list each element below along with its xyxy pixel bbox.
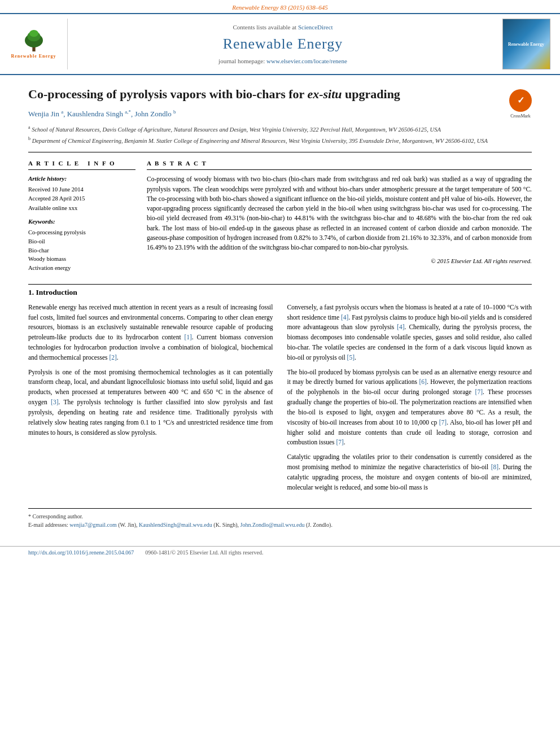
abstract-heading: A B S T R A C T [147,159,532,170]
email-kaush[interactable]: KaushlendSingh@mail.wvu.edu [139,522,212,528]
body-col-left: Renewable energy has received much atten… [28,303,273,497]
received-date: Received 10 June 2014 [28,186,135,194]
page-footer: http://dx.doi.org/10.1016/j.renene.2015.… [0,546,560,559]
elsevier-text: Renewable Energy [11,53,56,59]
keyword-3: Bio-char [28,246,135,255]
ref-1[interactable]: [1] [184,334,191,340]
issn-text: 0960-1481/© 2015 Elsevier Ltd. All right… [145,549,263,557]
article-header-section: ✓ CrossMark Co-processing of pyrolysis v… [0,75,560,283]
email-wenjia[interactable]: wenjia7@gmail.com [69,522,116,528]
homepage-link[interactable]: www.elsevier.com/locate/renene [266,58,347,64]
ref-4a[interactable]: [4] [341,314,348,321]
affiliation-a: a School of Natural Resources, Davis Col… [28,124,532,134]
ref-3[interactable]: [3] [51,399,58,405]
journal-cover-image: Renewable Energy [502,19,550,69]
journal-header: Renewable Energy Contents lists availabl… [0,13,560,75]
intro-para-2: Pyrolysis is one of the most promising t… [28,368,273,438]
authors-line: Wenjia Jin a, Kaushlendra Singh a,*, Joh… [28,108,532,120]
sciencedirect-link[interactable]: ScienceDirect [298,24,333,30]
corresponding-note: * Corresponding author. [28,512,532,521]
article-history-label: Article history: [28,174,135,183]
journal-reference: Renewable Energy 83 (2015) 638–645 [0,0,560,13]
homepage-line: journal homepage: www.elsevier.com/locat… [218,57,347,65]
intro-para-1: Renewable energy has received much atten… [28,303,273,363]
intro-para-3: Conversely, a fast pyrolysis occurs when… [287,303,532,363]
keywords-list: Co-processing pyrolysis Bio-oil Bio-char… [28,228,135,273]
ref-8[interactable]: [8] [491,464,498,470]
ref-5[interactable]: [5] [347,354,355,361]
intro-para-4: The bio-oil produced by biomass pyrolysi… [287,368,532,448]
doi-link[interactable]: http://dx.doi.org/10.1016/j.renene.2015.… [28,549,134,557]
elsevier-logo-section: Renewable Energy [6,19,68,69]
header-divider [28,152,532,152]
body-col-right: Conversely, a fast pyrolysis occurs when… [287,303,532,497]
article-info-abstract: A R T I C L E I N F O Article history: R… [28,159,532,273]
keywords-label: Keywords: [28,217,135,226]
copyright-line: © 2015 Elsevier Ltd. All rights reserved… [147,257,532,265]
body-two-columns: Renewable energy has received much atten… [28,303,532,497]
abstract-panel: A B S T R A C T Co-processing of woody b… [147,159,532,273]
ref-2[interactable]: [2] [109,354,116,361]
keyword-4: Woody biomass [28,255,135,264]
section-divider [28,284,532,285]
journal-title: Renewable Energy [223,34,343,54]
intro-para-5: Catalytic upgrading the volatiles prior … [287,452,532,492]
keyword-5: Activation energy [28,264,135,273]
ref-7a[interactable]: [7] [475,388,483,395]
intro-heading: 1. Introduction [28,287,532,298]
article-title: Co-processing of pyrolysis vapors with b… [28,86,532,103]
ref-4b[interactable]: [4] [397,324,404,330]
email-zondlo[interactable]: John.Zondlo@mail.wvu.edu [240,522,305,528]
article-body: 1. Introduction Renewable energy has rec… [0,287,560,541]
ref-7b[interactable]: [7] [439,419,447,426]
svg-point-3 [29,30,38,37]
svg-text:✓: ✓ [517,95,524,105]
crossmark-badge-section: ✓ CrossMark [509,89,532,119]
sciencedirect-line: Contents lists available at ScienceDirec… [233,23,333,32]
keyword-2: Bio-oil [28,237,135,246]
journal-title-section: Contents lists available at ScienceDirec… [73,19,492,69]
keyword-1: Co-processing pyrolysis [28,228,135,237]
crossmark-icon: ✓ [509,89,532,112]
article-info-panel: A R T I C L E I N F O Article history: R… [28,159,135,273]
affiliation-b: b Department of Chemical Engineering, Be… [28,136,532,145]
ref-6[interactable]: [6] [419,378,426,385]
ref-7c[interactable]: [7] [336,439,343,445]
journal-cover: Renewable Energy [498,19,554,69]
email-line: E-mail addresses: wenjia7@gmail.com (W. … [28,521,532,529]
accepted-date: Accepted 28 April 2015 [28,195,135,203]
available-date: Available online xxx [28,204,135,213]
footnote-section: * Corresponding author. E-mail addresses… [28,508,532,529]
elsevier-logo: Renewable Energy [8,27,59,61]
abstract-text: Co-processing of woody biomass with two … [147,174,532,252]
elsevier-tree-icon [17,29,51,52]
crossmark-label: CrossMark [509,113,532,119]
article-info-heading: A R T I C L E I N F O [28,159,135,170]
